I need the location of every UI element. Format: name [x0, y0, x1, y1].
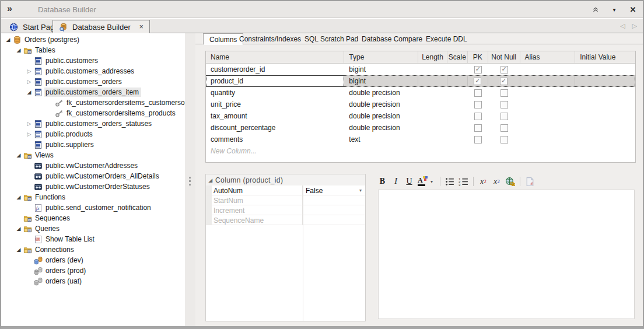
font-color-dropdown-icon[interactable]: ▾ [430, 179, 436, 184]
nav-left-icon[interactable]: ◁ [620, 22, 625, 30]
tree-item-tables[interactable]: ◢Tables [1, 45, 185, 55]
menu-chevrons-icon[interactable]: » [7, 4, 12, 14]
panel-splitter[interactable] [185, 33, 195, 326]
expand-arrow-icon[interactable]: ▷ [24, 121, 34, 127]
column-row-quantity[interactable]: quantity double precision [206, 87, 635, 99]
tree-item-orders-uat[interactable]: orders (uat) [1, 276, 185, 286]
expand-arrow-icon[interactable]: ▷ [24, 79, 34, 85]
numbered-list-button[interactable]: 123 [457, 176, 470, 188]
pk-checkbox[interactable] [474, 89, 482, 97]
collapse-arrow-icon[interactable]: ◢ [14, 194, 23, 200]
bullet-list-button[interactable] [444, 176, 456, 188]
tree-item-fk-customersordersitems-customersorders[interactable]: fk_customersordersitems_customersorders [1, 97, 185, 108]
property-row-autonum[interactable]: AutoNum False▾ [206, 186, 365, 195]
column-row-comments[interactable]: comments text [206, 134, 635, 145]
pk-checkbox[interactable] [474, 136, 482, 144]
tree-item-sequences[interactable]: Sequences [1, 213, 185, 223]
title-bar: » Database Builder ▾ ✕ [1, 1, 643, 18]
property-row-increment[interactable]: Increment [206, 205, 365, 215]
collapse-window-icon[interactable] [590, 4, 601, 15]
bold-button[interactable]: B [376, 176, 388, 188]
tab-database-compare[interactable]: Database Compare [356, 34, 428, 44]
notes-document-button[interactable] [524, 176, 536, 188]
pk-checkbox[interactable] [474, 124, 482, 132]
property-group-header[interactable]: ◢ Column (product_id) [206, 174, 365, 186]
tree-item-public-vwcustomerorders-alldetails[interactable]: public.vwCustomerOrders_AllDetails [1, 171, 185, 181]
window-menu-dropdown-icon[interactable]: ▾ [609, 4, 620, 15]
header-type[interactable]: Type [344, 51, 418, 63]
underline-button[interactable]: U [403, 176, 415, 188]
tree-item-public-products[interactable]: ▷public.products [1, 129, 185, 139]
pk-checkbox[interactable] [474, 78, 481, 85]
header-initial-value[interactable]: Initial Value [575, 51, 635, 63]
tab-sql-scratch-pad[interactable]: SQL Scratch Pad [299, 34, 364, 44]
tree-item-public-customers[interactable]: public.customers [1, 55, 185, 66]
not-null-checkbox[interactable] [501, 124, 508, 132]
expand-arrow-icon[interactable]: ▷ [24, 131, 34, 137]
property-row-startnum[interactable]: StartNum [206, 195, 365, 205]
tab-constraints-indexes[interactable]: Constraints/Indexes [233, 34, 307, 44]
tree-item-public-customers-orders-statuses[interactable]: ▷public.customers_orders_statuses [1, 118, 185, 129]
collapse-arrow-icon[interactable]: ◢ [4, 37, 13, 43]
tree-item-show-table-list[interactable]: SQLShow Table List [1, 234, 185, 244]
hyperlink-globe-button[interactable] [504, 176, 516, 188]
tree-item-public-suppliers[interactable]: public.suppliers [1, 139, 185, 150]
nav-right-icon[interactable]: ▷ [632, 22, 637, 30]
superscript-button[interactable]: x2 [477, 176, 489, 188]
not-null-checkbox[interactable] [501, 101, 508, 108]
collapse-arrow-icon[interactable]: ◢ [14, 226, 23, 232]
pk-checkbox[interactable] [474, 66, 482, 74]
tree-item-public-customers-orders[interactable]: ▷public.customers_orders [1, 76, 185, 87]
italic-button[interactable]: I [390, 176, 402, 188]
tree-item-public-vwcustomerorderstatuses[interactable]: public.vwCustomerOrderStatuses [1, 181, 185, 192]
column-properties-panel: ◢ Column (product_id) AutoNum False▾ Sta… [205, 174, 366, 321]
notes-editor[interactable] [378, 190, 635, 319]
tree-item-connections[interactable]: ◢Connections [1, 244, 185, 255]
not-null-checkbox[interactable] [500, 78, 508, 85]
property-row-sequencename[interactable]: SequenceName [206, 215, 365, 225]
header-scale[interactable]: Scale [447, 51, 468, 63]
column-row-customerorder-id[interactable]: customerorder_id bigint [206, 64, 635, 75]
tab-database-builder[interactable]: Database Builder × [52, 20, 150, 33]
tree-item-orders-dev[interactable]: orders (dev) [1, 255, 185, 265]
tab-execute-ddl[interactable]: Execute DDL [420, 34, 473, 44]
column-row-unit-price[interactable]: unit_price double precision [206, 99, 635, 110]
header-name[interactable]: Name [206, 51, 344, 63]
subscript-button[interactable]: x2 [491, 176, 503, 188]
tree-item-fk-customersordersitems-products[interactable]: fk_customersordersitems_products [1, 108, 185, 118]
not-null-checkbox[interactable] [501, 113, 508, 120]
autonum-value-dropdown[interactable]: False▾ [302, 186, 365, 195]
close-window-icon[interactable]: ✕ [628, 4, 638, 15]
column-row-product-id[interactable]: product_id bigint [206, 75, 635, 87]
close-tab-icon[interactable]: × [139, 23, 144, 31]
pk-checkbox[interactable] [474, 101, 482, 108]
column-row-tax-amount[interactable]: tax_amount double precision [206, 110, 635, 122]
column-row-discount-percentage[interactable]: discount_percentage double precision [206, 122, 635, 134]
collapse-arrow-icon[interactable]: ◢ [14, 152, 23, 158]
collapse-arrow-icon[interactable]: ◢ [14, 247, 23, 253]
tree-item-queries[interactable]: ◢Queries [1, 223, 185, 234]
chevron-down-icon[interactable]: ▾ [359, 188, 362, 193]
font-color-button[interactable]: A [416, 176, 429, 188]
header-alias[interactable]: Alias [520, 51, 576, 63]
collapse-arrow-icon[interactable]: ◢ [206, 177, 215, 183]
collapse-arrow-icon[interactable]: ◢ [24, 89, 34, 95]
tree-item-public-vwcustomeraddresses[interactable]: public.vwCustomerAddresses [1, 160, 185, 171]
tree-item-orders-prod[interactable]: orders (prod) [1, 265, 185, 276]
not-null-checkbox[interactable] [501, 66, 508, 74]
tree-item-orders-postgres[interactable]: ◢Orders (postgres) [1, 34, 185, 45]
tree-item-views[interactable]: ◢Views [1, 150, 185, 160]
expand-arrow-icon[interactable]: ▷ [24, 68, 34, 74]
tree-item-functions[interactable]: ◢Functions [1, 192, 185, 202]
header-pk[interactable]: PK [468, 51, 488, 63]
pk-checkbox[interactable] [474, 113, 482, 120]
not-null-checkbox[interactable] [501, 89, 508, 97]
tree-item-public-customers-addresses[interactable]: ▷public.customers_addresses [1, 66, 185, 76]
header-length[interactable]: Length [418, 51, 447, 63]
not-null-checkbox[interactable] [501, 136, 508, 144]
tree-item-public-customers-orders-item[interactable]: ◢public.customers_orders_item [1, 87, 185, 97]
collapse-arrow-icon[interactable]: ◢ [14, 47, 23, 53]
new-column-row[interactable]: New Column... [206, 145, 635, 157]
tree-item-public-send-customer-notification[interactable]: fxpublic.send_customer_notification [1, 202, 185, 213]
header-not-null[interactable]: Not Null [488, 51, 520, 63]
